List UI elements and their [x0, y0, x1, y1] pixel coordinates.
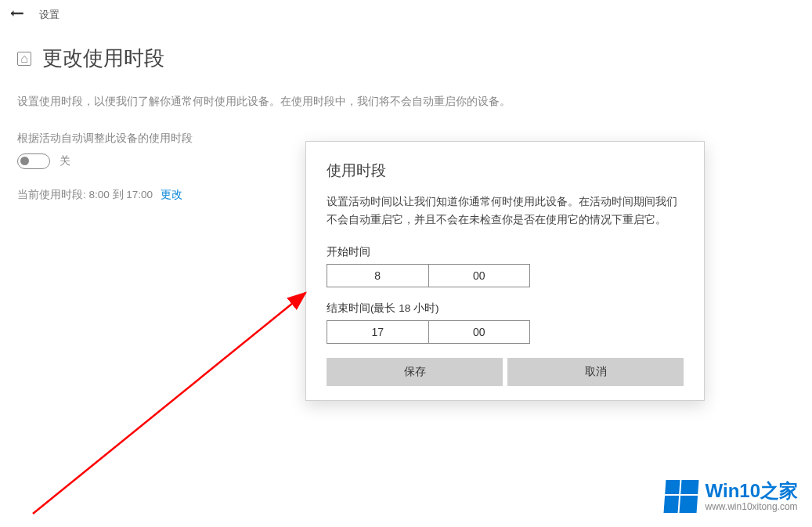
back-arrow-icon[interactable]: 🠔	[9, 6, 25, 23]
auto-adjust-toggle[interactable]	[17, 153, 50, 169]
start-minute-cell[interactable]: 00	[429, 265, 530, 287]
current-hours-value: 8:00 到 17:00	[89, 189, 153, 200]
save-button[interactable]: 保存	[327, 358, 503, 386]
end-minute-cell[interactable]: 00	[429, 321, 530, 343]
end-time-picker: 17 00	[327, 320, 530, 344]
windows-logo-icon	[663, 480, 698, 513]
current-hours-prefix: 当前使用时段:	[17, 189, 89, 200]
start-time-picker: 8 00	[327, 264, 530, 287]
watermark-text: Win10之家 www.win10xitong.com	[706, 480, 798, 512]
dialog-description: 设置活动时间以让我们知道你通常何时使用此设备。在活动时间期间我们不会自动重启它，…	[327, 193, 684, 229]
watermark: Win10之家 www.win10xitong.com	[665, 480, 798, 513]
end-hour-cell[interactable]: 17	[327, 321, 429, 343]
page-title: 更改使用时段	[42, 45, 164, 72]
watermark-brand-prefix: Win10	[706, 480, 760, 501]
header-title: 设置	[39, 8, 60, 22]
start-hour-cell[interactable]: 8	[327, 265, 429, 287]
change-link[interactable]: 更改	[161, 189, 182, 200]
svg-line-1	[33, 293, 305, 514]
active-hours-dialog: 使用时段 设置活动时间以让我们知道你通常何时使用此设备。在活动时间期间我们不会自…	[305, 141, 705, 401]
dialog-title: 使用时段	[327, 161, 684, 181]
start-time-label: 开始时间	[327, 245, 684, 259]
home-icon[interactable]: ⌂	[17, 52, 31, 66]
end-time-label: 结束时间(最长 18 小时)	[327, 301, 684, 316]
annotation-arrow-icon	[25, 279, 323, 522]
title-row: ⌂ 更改使用时段	[17, 45, 795, 72]
watermark-url: www.win10xitong.com	[706, 502, 798, 513]
cancel-button[interactable]: 取消	[507, 358, 684, 386]
watermark-title: Win10之家	[706, 480, 798, 502]
window-header: 🠔 设置	[0, 0, 812, 29]
dialog-buttons: 保存 取消	[327, 358, 684, 386]
toggle-state-label: 关	[60, 154, 70, 168]
page-description: 设置使用时段，以便我们了解你通常何时使用此设备。在使用时段中，我们将不会自动重启…	[17, 94, 795, 110]
watermark-brand-suffix: 之家	[760, 480, 798, 501]
